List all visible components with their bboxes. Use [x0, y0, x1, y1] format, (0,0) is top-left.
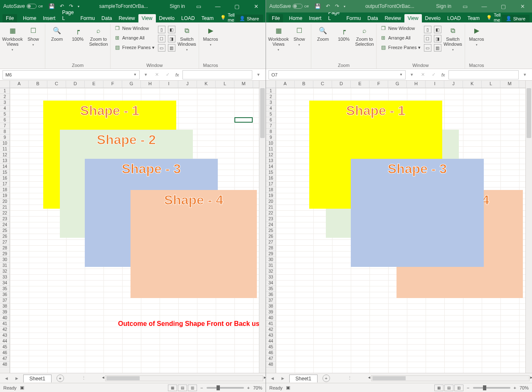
- column-header[interactable]: D: [66, 81, 85, 88]
- add-sheet-button[interactable]: +: [323, 375, 330, 382]
- column-header[interactable]: L: [216, 81, 234, 88]
- row-header[interactable]: 24: [0, 222, 10, 228]
- column-header[interactable]: A: [276, 81, 295, 88]
- row-header[interactable]: 47: [266, 356, 276, 362]
- zoom-100-button[interactable]: ┍100%: [334, 24, 354, 43]
- zoom-in-button[interactable]: +: [514, 385, 516, 390]
- tab-load[interactable]: LOAD: [178, 14, 198, 22]
- tab-formu[interactable]: Formu: [77, 14, 98, 22]
- row-header[interactable]: 28: [266, 245, 276, 251]
- zoom-value[interactable]: 70%: [520, 385, 529, 390]
- sheet-nav-prev[interactable]: ◄: [268, 376, 276, 381]
- tab-file[interactable]: File: [2, 14, 17, 22]
- enter-icon[interactable]: ✓: [163, 72, 172, 77]
- fx-icon[interactable]: fx: [174, 72, 181, 77]
- select-all-corner[interactable]: [266, 81, 276, 88]
- ribbon-mode-icon[interactable]: ▭: [456, 0, 475, 12]
- tab-develo[interactable]: Develo: [422, 14, 444, 22]
- column-header[interactable]: C: [47, 81, 66, 88]
- worksheet[interactable]: ABCDEFGHIJKLM123456789101112131415161718…: [0, 81, 266, 373]
- row-header[interactable]: 41: [266, 321, 276, 327]
- expand-formula-icon[interactable]: ▾: [254, 72, 263, 77]
- row-header[interactable]: 14: [0, 164, 10, 170]
- tell-me-search[interactable]: 💡Tell me: [220, 12, 235, 22]
- show-button[interactable]: ☐Show▾: [289, 24, 309, 49]
- zoom-value[interactable]: 70%: [253, 385, 262, 390]
- row-header[interactable]: 4: [266, 106, 276, 111]
- row-header[interactable]: 18: [266, 187, 276, 193]
- tab-develo[interactable]: Develo: [156, 14, 178, 22]
- row-headers[interactable]: 1234567891011121314151617181920212223242…: [0, 88, 10, 373]
- column-header[interactable]: D: [332, 81, 351, 88]
- workbook-views-button[interactable]: ▦Workbook Views▾: [268, 24, 288, 54]
- row-header[interactable]: 9: [0, 135, 10, 141]
- row-header[interactable]: 12: [0, 152, 10, 158]
- tab-insert[interactable]: Insert: [305, 14, 325, 22]
- row-header[interactable]: 45: [0, 344, 10, 350]
- expand-formula-icon[interactable]: ▾: [520, 72, 530, 77]
- row-header[interactable]: 8: [266, 129, 276, 135]
- tab-insert[interactable]: Insert: [39, 14, 59, 22]
- minimize-button[interactable]: —: [208, 0, 227, 12]
- sheet-tab[interactable]: Sheet1: [23, 375, 52, 382]
- add-sheet-button[interactable]: +: [57, 375, 64, 382]
- tab-view[interactable]: View: [404, 14, 422, 22]
- row-header[interactable]: 15: [0, 170, 10, 175]
- macros-button[interactable]: ▶Macros▾: [201, 24, 221, 49]
- sheet-nav-prev[interactable]: ◄: [2, 376, 10, 381]
- workbook-views-button[interactable]: ▦Workbook Views▾: [2, 24, 22, 54]
- fx-icon[interactable]: fx: [440, 72, 447, 77]
- autosave-toggle[interactable]: AutoSaveOff: [0, 0, 46, 12]
- column-headers[interactable]: ABCDEFGHIJKLM: [10, 81, 259, 88]
- tab-formu[interactable]: Formu: [343, 14, 364, 22]
- row-header[interactable]: 21: [0, 205, 10, 210]
- row-header[interactable]: 16: [266, 175, 276, 181]
- row-header[interactable]: 22: [266, 210, 276, 216]
- close-button[interactable]: ✕: [513, 0, 532, 12]
- tab-team[interactable]: Team: [198, 14, 217, 22]
- tab-split-icon[interactable]: ⋮: [81, 375, 86, 381]
- navigate-down-icon[interactable]: ▾: [141, 72, 150, 77]
- row-header[interactable]: 46: [266, 350, 276, 356]
- sheet-tab[interactable]: Sheet1: [289, 375, 318, 382]
- row-header[interactable]: 48: [266, 362, 276, 367]
- row-header[interactable]: 30: [0, 257, 10, 263]
- close-button[interactable]: ✕: [246, 0, 266, 12]
- new-window-button[interactable]: ❐New Window: [112, 24, 156, 32]
- hide-icons[interactable]: ◧◨▥: [433, 24, 442, 53]
- row-header[interactable]: 13: [266, 158, 276, 164]
- row-header[interactable]: 25: [266, 228, 276, 234]
- tab-review[interactable]: Review: [115, 14, 138, 22]
- formula-input[interactable]: [448, 70, 519, 79]
- maximize-button[interactable]: ▢: [227, 0, 246, 12]
- formula-input[interactable]: [182, 70, 252, 79]
- row-header[interactable]: 48: [0, 362, 10, 367]
- normal-view-button[interactable]: ▦: [434, 385, 443, 391]
- column-header[interactable]: G: [388, 81, 407, 88]
- zoom-out-button[interactable]: −: [200, 385, 203, 390]
- split-icons[interactable]: ▯☐▭: [423, 24, 432, 53]
- page-break-button[interactable]: ▥: [188, 385, 197, 391]
- row-header[interactable]: 46: [0, 350, 10, 356]
- row-header[interactable]: 25: [0, 228, 10, 234]
- column-header[interactable]: F: [103, 81, 122, 88]
- freeze-panes-button[interactable]: ▤Freeze Panes ▾: [112, 43, 156, 52]
- switch-windows-button[interactable]: ⧉Switch Windows▾: [177, 24, 197, 54]
- row-header[interactable]: 18: [0, 187, 10, 193]
- column-header[interactable]: K: [197, 81, 216, 88]
- zoom-selection-button[interactable]: ⌕Zoom to Selection: [355, 24, 374, 48]
- row-header[interactable]: 39: [0, 309, 10, 315]
- cell-grid[interactable]: Shape - 1Shape - 2Shape - 3Shape - 4Outc…: [10, 88, 259, 373]
- row-header[interactable]: 27: [0, 239, 10, 245]
- row-header[interactable]: 2: [0, 94, 10, 100]
- row-header[interactable]: 22: [0, 210, 10, 216]
- row-header[interactable]: 20: [0, 199, 10, 205]
- row-header[interactable]: 11: [266, 146, 276, 152]
- column-headers[interactable]: ABCDEFGHIJKLM: [276, 81, 525, 88]
- row-header[interactable]: 38: [266, 303, 276, 309]
- column-header[interactable]: B: [295, 81, 313, 88]
- row-header[interactable]: 7: [266, 123, 276, 129]
- macro-record-icon[interactable]: ▣: [286, 385, 290, 390]
- row-header[interactable]: 19: [266, 193, 276, 199]
- row-header[interactable]: 21: [266, 205, 276, 210]
